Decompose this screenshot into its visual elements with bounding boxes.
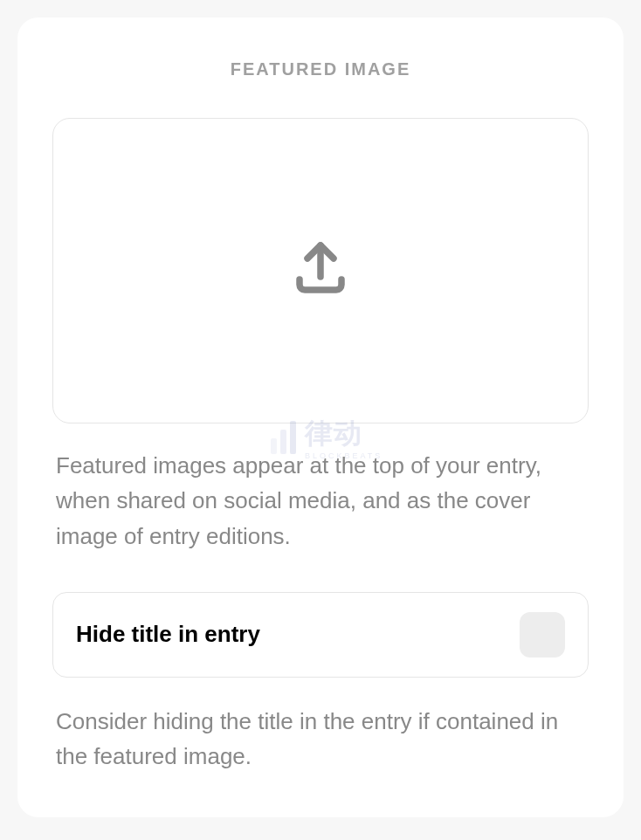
- section-title: FEATURED IMAGE: [52, 59, 589, 79]
- upload-area[interactable]: [52, 118, 589, 423]
- description-text: Featured images appear at the top of you…: [52, 448, 589, 554]
- hide-title-checkbox[interactable]: [520, 612, 565, 658]
- hint-text: Consider hiding the title in the entry i…: [52, 704, 589, 775]
- hide-title-row: Hide title in entry: [52, 592, 589, 678]
- featured-image-card: FEATURED IMAGE Featured images appear at…: [17, 17, 624, 817]
- hide-title-label: Hide title in entry: [76, 621, 260, 648]
- upload-icon: [289, 238, 352, 304]
